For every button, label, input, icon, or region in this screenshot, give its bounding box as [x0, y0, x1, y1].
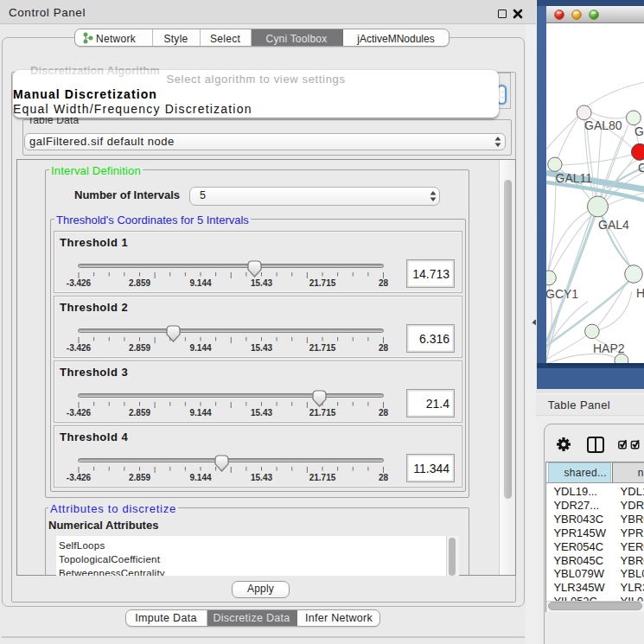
svg-text:GA: GA — [634, 124, 644, 138]
svg-text:GCY1: GCY1 — [546, 287, 578, 301]
svg-text:GAL11: GAL11 — [555, 171, 592, 185]
svg-text:H: H — [636, 286, 644, 300]
svg-text:C: C — [638, 161, 644, 175]
svg-text:HAP2: HAP2 — [593, 341, 625, 355]
svg-text:GAL80: GAL80 — [584, 118, 622, 132]
svg-text:GAL4: GAL4 — [598, 218, 629, 232]
